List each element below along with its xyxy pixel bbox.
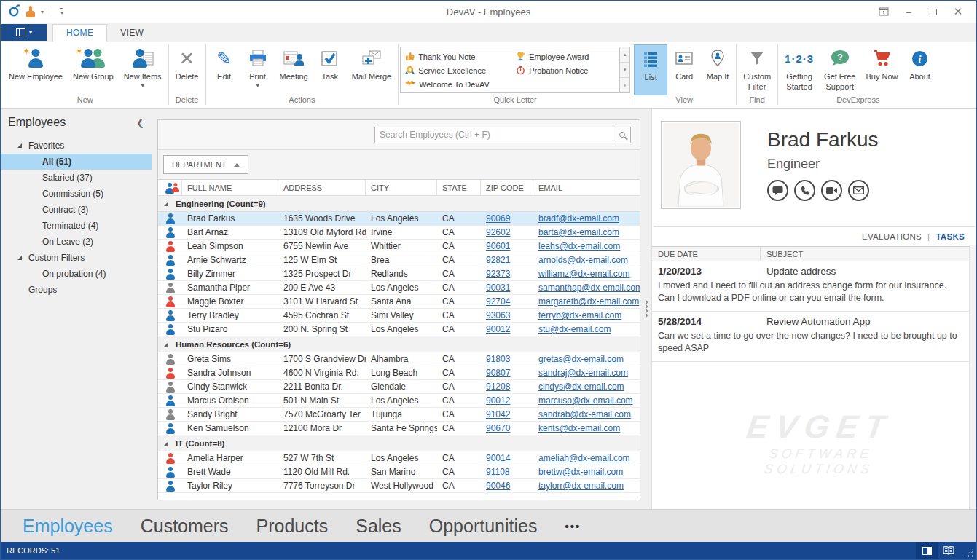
nav-customers[interactable]: Customers (141, 516, 229, 537)
column-header-full-name[interactable]: FULL NAME (182, 180, 278, 195)
zip-code-link[interactable]: 90046 (486, 481, 510, 491)
sidebar-collapse-icon[interactable]: ❮ (136, 117, 144, 128)
nav-employees[interactable]: Employees (23, 516, 113, 537)
column-header-address[interactable]: ADDRESS (278, 180, 366, 195)
quick-letter-thank-you-note[interactable]: Thank You Note (405, 50, 516, 63)
about-button[interactable]: i About (903, 44, 937, 95)
close-button[interactable]: ✕ (947, 4, 969, 20)
employee-row[interactable]: Taylor Riley7776 Torreyson DrWest Hollyw… (158, 479, 640, 493)
email-link[interactable]: samanthap@dx-email.com (538, 283, 640, 293)
employee-row[interactable]: Sandy Bright7570 McGroarty TerTujungaCA9… (158, 408, 640, 422)
new-group-button[interactable]: ✶ New Group (68, 44, 119, 95)
zip-code-link[interactable]: 90012 (486, 324, 510, 334)
zip-code-link[interactable]: 91108 (486, 467, 509, 477)
email-link[interactable]: kents@dx-email.com (538, 423, 620, 433)
search-button[interactable] (613, 127, 631, 143)
zip-code-link[interactable]: 91042 (486, 409, 510, 419)
quick-letter-welcome-to-devav[interactable]: Welcome To DevAV (405, 77, 516, 91)
sidebar-item-contract-3[interactable]: Contract (3) (1, 202, 152, 218)
tasks-column-subject[interactable]: SUBJECT (761, 250, 976, 259)
zip-code-link[interactable]: 92821 (486, 255, 510, 265)
column-header-zip-code[interactable]: ZIP CODE (481, 180, 533, 195)
employee-row[interactable]: Leah Simpson6755 Newlin AveWhittierCA906… (158, 240, 640, 253)
sidebar-item-on-leave-2[interactable]: On Leave (2) (1, 234, 152, 250)
group-expander-icon[interactable] (164, 342, 168, 347)
nav-sales[interactable]: Sales (356, 516, 401, 537)
email-button[interactable] (848, 180, 869, 201)
sidebar-item-all-51[interactable]: All (51) (1, 154, 152, 170)
employee-row[interactable]: Ken Samuelson12100 Mora DrSanta Fe Sprin… (158, 422, 640, 435)
employee-row[interactable]: Billy Zimmer1325 Prospect DrRedlandsCA92… (158, 267, 640, 281)
employee-row[interactable]: Amelia Harper527 W 7th StLos AngelesCA90… (158, 451, 640, 465)
touch-mode-dropdown-icon[interactable]: ▾ (41, 9, 44, 15)
employee-row[interactable]: Brett Wade1120 Old Mill Rd.San MarinoCA9… (158, 465, 640, 479)
search-input[interactable] (374, 127, 613, 143)
employee-row[interactable]: Brad Farkus1635 Woods DriveLos AngelesCA… (158, 212, 640, 226)
column-header-state[interactable]: STATE (437, 180, 481, 195)
maximize-button[interactable] (922, 4, 944, 20)
new-employee-button[interactable]: ✶ New Employee (4, 44, 68, 95)
nav-products[interactable]: Products (256, 516, 329, 537)
group-row[interactable]: IT (Count=8) (158, 435, 640, 451)
column-header-icon[interactable] (158, 180, 182, 195)
employee-row[interactable]: Arnie Schwartz125 W Elm StBreaCA92821arn… (158, 253, 640, 267)
app-menu-button[interactable]: ▾ (1, 24, 47, 41)
tab-view[interactable]: VIEW (107, 25, 157, 42)
book-view-button[interactable] (938, 542, 960, 559)
print-button[interactable]: Print ▼ (241, 44, 275, 95)
email-link[interactable]: williamz@dx-email.com (538, 269, 630, 279)
nav-more-button[interactable]: ••• (565, 520, 581, 532)
sidebar-item-on-probation-4[interactable]: On probation (4) (1, 266, 152, 282)
employee-row[interactable]: Marcus Orbison501 N Main StLos AngelesCA… (158, 394, 640, 408)
zip-code-link[interactable]: 90601 (486, 241, 510, 251)
zip-code-link[interactable]: 91208 (486, 382, 510, 392)
tab-evaluations[interactable]: EVALUATIONS (862, 232, 922, 241)
zip-code-link[interactable]: 92704 (486, 296, 510, 307)
email-link[interactable]: sandrab@dx-email.com (538, 409, 631, 419)
column-header-city[interactable]: CITY (366, 180, 437, 195)
map-it-button[interactable]: Map It (701, 44, 734, 95)
get-free-support-button[interactable]: ? Get Free Support (819, 44, 860, 95)
email-link[interactable]: marcuso@dx-email.com (538, 395, 633, 406)
group-expander-icon[interactable] (164, 441, 168, 446)
ribbon-display-options-button[interactable] (873, 4, 895, 20)
sidebar-item-favorites[interactable]: Favorites (1, 138, 152, 154)
email-link[interactable]: ameliah@dx-email.com (538, 453, 630, 463)
employee-row[interactable]: Terry Bradley4595 Cochran StSimi ValleyC… (158, 309, 640, 323)
tab-tasks[interactable]: TASKS (935, 232, 965, 241)
tab-home[interactable]: HOME (52, 24, 107, 42)
zip-code-link[interactable]: 90670 (486, 423, 510, 433)
minimize-button[interactable]: – (898, 4, 919, 20)
delete-button[interactable]: ✕ Delete (170, 44, 204, 95)
sidebar-item-salaried-37[interactable]: Salaried (37) (1, 170, 152, 186)
employee-row[interactable]: Bart Arnaz13109 Old Myford RdIrvineCA926… (158, 226, 640, 240)
email-link[interactable]: margaretb@dx-email.com (538, 296, 639, 307)
quick-letter-service-excellence[interactable]: Service Excellence (405, 63, 516, 77)
zip-code-link[interactable]: 90012 (486, 395, 510, 406)
group-row[interactable]: Human Resources (Count=6) (158, 336, 640, 352)
task-row[interactable]: 1/20/2013 Update address I moved and I n… (652, 261, 976, 312)
group-by-department-chip[interactable]: DEPARTMENT (163, 155, 248, 174)
tree-expander-icon[interactable] (17, 143, 22, 148)
email-link[interactable]: leahs@dx-email.com (538, 241, 620, 251)
column-header-email[interactable]: EMAIL (533, 180, 640, 195)
email-link[interactable]: gretas@dx-email.com (538, 354, 624, 364)
meeting-button[interactable]: Meeting (275, 44, 313, 95)
sidebar-item-groups[interactable]: Groups (1, 282, 152, 298)
group-row[interactable]: Engineering (Count=9) (158, 196, 640, 212)
zip-code-link[interactable]: 90031 (486, 283, 510, 293)
sidebar-item-custom-filters[interactable]: Custom Filters (1, 250, 152, 266)
task-button[interactable]: Task (313, 44, 347, 95)
custom-filter-button[interactable]: Custom Filter (738, 44, 776, 95)
reading-pane-toggle-button[interactable] (916, 542, 938, 559)
sidebar-item-commission-5[interactable]: Commission (5) (1, 186, 152, 202)
zip-code-link[interactable]: 93063 (486, 310, 510, 320)
tree-expander-icon[interactable] (17, 256, 22, 260)
edit-button[interactable]: ✎ Edit (208, 44, 241, 95)
buy-now-button[interactable]: Buy Now (860, 44, 903, 95)
list-view-button[interactable]: List (634, 44, 667, 95)
email-link[interactable]: arnolds@dx-email.com (538, 255, 628, 265)
chat-button[interactable] (767, 180, 788, 201)
tasks-column-due-date[interactable]: DUE DATE (652, 247, 761, 261)
touch-mode-icon[interactable] (25, 6, 36, 17)
